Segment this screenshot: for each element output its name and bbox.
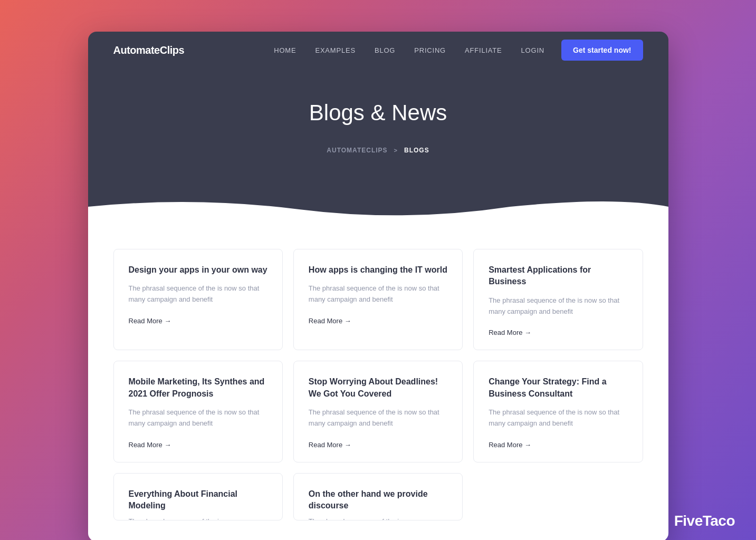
card-title: Stop Worrying About Deadlines! We Got Yo… [309, 376, 447, 400]
partial-cards-row: Everything About Financial Modeling The … [113, 473, 643, 520]
cards-grid: Design your apps in your own way The phr… [113, 249, 643, 462]
card-desc: The phrasal sequence of the is now so th… [129, 283, 267, 305]
footer-brand: FiveTaco [674, 513, 735, 529]
breadcrumb-current: BLOGS [404, 147, 429, 154]
wave-svg [88, 196, 668, 223]
blog-card-card-5: Stop Worrying About Deadlines! We Got Yo… [293, 361, 463, 462]
blog-card-card-1: Design your apps in your own way The phr… [113, 249, 283, 350]
card-desc: The phrasal sequence of the is now so th… [489, 295, 627, 317]
card-read-more[interactable]: Read More → [129, 317, 171, 325]
card-desc: The phrasal sequence of the is now so... [309, 516, 447, 520]
blog-card-partial-card-8: On the other hand we provide discourse T… [293, 473, 463, 520]
card-desc: The phrasal sequence of the is now so th… [309, 407, 447, 429]
breadcrumb-home[interactable]: AUTOMATECLIPS [327, 147, 387, 154]
card-title: Mobile Marketing, Its Synthes and 2021 O… [129, 376, 267, 400]
card-title: On the other hand we provide discourse [309, 488, 447, 512]
breadcrumb-separator: > [394, 147, 398, 153]
card-read-more[interactable]: Read More → [309, 317, 351, 325]
nav-link-blog[interactable]: BLOG [375, 46, 395, 54]
card-read-more[interactable]: Read More → [489, 441, 531, 449]
card-title: How apps is changing the IT world [309, 264, 447, 276]
wave-container [88, 196, 668, 223]
card-desc: The phrasal sequence of the is now so... [129, 516, 267, 520]
card-read-more[interactable]: Read More → [129, 441, 171, 449]
nav-logo: AutomateClips [113, 44, 185, 56]
page-title: Blogs & News [113, 100, 643, 126]
card-title: Change Your Strategy: Find a Business Co… [489, 376, 627, 400]
nav-link-affiliate[interactable]: AFFILIATE [465, 46, 502, 54]
navbar: AutomateClips HOMEEXAMPLESBLOGPRICINGAFF… [88, 32, 668, 69]
card-desc: The phrasal sequence of the is now so th… [309, 283, 447, 305]
card-title: Smartest Applications for Business [489, 264, 627, 288]
nav-links: HOMEEXAMPLESBLOGPRICINGAFFILIATELOGIN [274, 46, 544, 54]
card-desc: The phrasal sequence of the is now so th… [129, 407, 267, 429]
card-title: Everything About Financial Modeling [129, 488, 267, 512]
browser-window: AutomateClips HOMEEXAMPLESBLOGPRICINGAFF… [88, 32, 668, 540]
nav-link-pricing[interactable]: PRICING [414, 46, 446, 54]
blog-card-card-6: Change Your Strategy: Find a Business Co… [473, 361, 643, 462]
blog-card-card-3: Smartest Applications for Business The p… [473, 249, 643, 350]
content-section: Design your apps in your own way The phr… [88, 223, 668, 540]
card-read-more[interactable]: Read More → [309, 441, 351, 449]
nav-link-login[interactable]: LOGIN [521, 46, 544, 54]
card-read-more[interactable]: Read More → [489, 329, 531, 336]
nav-link-home[interactable]: HOME [274, 46, 296, 54]
nav-link-examples[interactable]: EXAMPLES [315, 46, 356, 54]
card-desc: The phrasal sequence of the is now so th… [489, 407, 627, 429]
blog-card-card-2: How apps is changing the IT world The ph… [293, 249, 463, 350]
blog-card-card-4: Mobile Marketing, Its Synthes and 2021 O… [113, 361, 283, 462]
blog-card-partial-card-7: Everything About Financial Modeling The … [113, 473, 283, 520]
hero-section: Blogs & News AUTOMATECLIPS > BLOGS [88, 69, 668, 196]
breadcrumb: AUTOMATECLIPS > BLOGS [113, 147, 643, 154]
card-title: Design your apps in your own way [129, 264, 267, 276]
get-started-button[interactable]: Get started now! [561, 40, 643, 61]
